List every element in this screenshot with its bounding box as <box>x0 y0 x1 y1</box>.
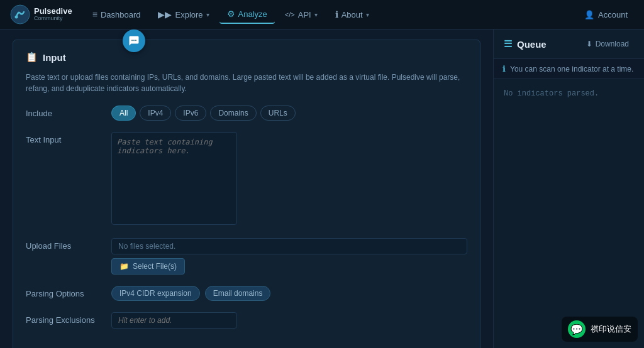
parsing-exclusions-control <box>111 312 467 329</box>
account-icon: 👤 <box>584 10 594 19</box>
download-icon: ⬇ <box>586 40 592 48</box>
logo[interactable]: Pulsedive Community <box>10 4 72 24</box>
upload-files-label: Upload Files <box>26 238 101 251</box>
info-icon: ℹ <box>335 9 338 19</box>
select-file-button[interactable]: 📁 Select File(s) <box>111 258 185 275</box>
parsing-options-control: IPv4 CIDR expansion Email domains <box>111 286 467 301</box>
svg-point-4 <box>135 40 136 41</box>
svg-point-3 <box>133 40 135 41</box>
download-label: Download <box>596 40 629 48</box>
file-icon: 📁 <box>119 262 129 271</box>
parsing-option-email-domains[interactable]: Email domains <box>205 286 271 301</box>
filter-all[interactable]: All <box>111 106 136 121</box>
parsing-options-group: IPv4 CIDR expansion Email domains <box>111 286 467 301</box>
input-description: Paste text or upload files containing IP… <box>26 72 467 94</box>
watermark: 💬 祺印说信安 <box>562 317 638 342</box>
text-input[interactable] <box>111 132 237 225</box>
files-selected-status: No files selected. <box>111 238 467 254</box>
queue-title: ☰ Queue <box>504 38 547 50</box>
include-row: Include All IPv4 IPv6 Domains URLs <box>26 106 467 121</box>
nav-item-api[interactable]: </> API ▾ <box>277 6 325 23</box>
text-input-control <box>111 132 467 227</box>
api-icon: </> <box>285 11 295 18</box>
input-card-header: 📋 Input <box>26 52 467 63</box>
nav-item-explore[interactable]: ▶▶ Explore ▾ <box>150 6 216 23</box>
chevron-down-icon-about: ▾ <box>366 11 369 18</box>
filter-buttons: All IPv4 IPv6 Domains URLs <box>111 106 467 121</box>
queue-body: No indicators parsed. <box>494 79 644 348</box>
parsing-exclusions-label: Parsing Exclusions <box>26 312 101 325</box>
nav-label-explore: Explore <box>175 10 203 19</box>
queue-header: ☰ Queue ⬇ Download <box>494 30 644 59</box>
account-label: Account <box>598 10 628 19</box>
watermark-text: 祺印说信安 <box>591 324 631 335</box>
no-indicators-text: No indicators parsed. <box>504 89 599 98</box>
nav-label-api: API <box>298 10 311 19</box>
nav-label-dashboard: Dashboard <box>101 10 141 19</box>
upload-group: No files selected. 📁 Select File(s) <box>111 238 467 275</box>
filter-ipv4[interactable]: IPv4 <box>140 106 171 121</box>
chat-bubble-container <box>123 30 145 52</box>
input-card-title: Input <box>43 52 66 63</box>
chat-bubble-button[interactable] <box>123 30 145 52</box>
upload-files-row: Upload Files No files selected. 📁 Select… <box>26 238 467 275</box>
watermark-icon: 💬 <box>568 320 586 338</box>
chevron-down-icon-api: ▾ <box>314 11 318 18</box>
parsing-options-row: Parsing Options IPv4 CIDR expansion Emai… <box>26 286 467 301</box>
parsing-options-label: Parsing Options <box>26 286 101 298</box>
input-description-text: Paste text or upload files containing IP… <box>26 73 460 93</box>
account-menu[interactable]: 👤 Account <box>578 6 634 23</box>
queue-title-text: Queue <box>517 39 547 50</box>
queue-icon: ☰ <box>504 38 512 50</box>
navbar: Pulsedive Community ≡ Dashboard ▶▶ Explo… <box>0 0 644 30</box>
brand-name: Pulsedive <box>34 7 72 16</box>
queue-panel: ☰ Queue ⬇ Download ℹ You can scan one in… <box>493 30 644 348</box>
include-label: Include <box>26 106 101 118</box>
filter-domains[interactable]: Domains <box>210 106 256 121</box>
main-content: 📋 Input Paste text or upload files conta… <box>0 30 644 348</box>
explore-icon: ▶▶ <box>158 9 172 19</box>
queue-info-message: You can scan one indicator at a time. <box>510 65 633 73</box>
nav-links: ≡ Dashboard ▶▶ Explore ▾ ⚙ Analyze </> A… <box>85 5 578 24</box>
svg-point-2 <box>131 40 133 41</box>
left-panel: 📋 Input Paste text or upload files conta… <box>0 30 493 348</box>
svg-point-0 <box>11 5 30 24</box>
input-card: 📋 Input Paste text or upload files conta… <box>13 40 480 348</box>
nav-item-about[interactable]: ℹ About ▾ <box>328 6 377 23</box>
svg-point-1 <box>15 16 18 19</box>
text-input-label: Text Input <box>26 132 101 144</box>
filter-urls[interactable]: URLs <box>260 106 296 121</box>
upload-files-control: No files selected. 📁 Select File(s) <box>111 238 467 275</box>
nav-item-dashboard[interactable]: ≡ Dashboard <box>85 6 148 23</box>
dashboard-icon: ≡ <box>92 9 97 19</box>
select-file-label: Select File(s) <box>133 262 177 271</box>
parsing-exclusions-row: Parsing Exclusions <box>26 312 467 329</box>
queue-info-bar: ℹ You can scan one indicator at a time. <box>494 59 644 79</box>
nav-item-analyze[interactable]: ⚙ Analyze <box>219 5 275 24</box>
info-circle-icon: ℹ <box>502 64 506 73</box>
include-filter-group: All IPv4 IPv6 Domains URLs <box>111 106 467 121</box>
parsing-exclusions-input[interactable] <box>111 312 237 329</box>
nav-label-analyze: Analyze <box>238 9 267 19</box>
nav-label-about: About <box>341 10 363 19</box>
filter-ipv6[interactable]: IPv6 <box>175 106 206 121</box>
analyze-icon: ⚙ <box>227 9 235 19</box>
download-button[interactable]: ⬇ Download <box>581 37 634 51</box>
brand-sub: Community <box>34 16 72 22</box>
parsing-option-ipv4-cidr[interactable]: IPv4 CIDR expansion <box>111 286 200 301</box>
chevron-down-icon: ▾ <box>206 11 209 18</box>
input-icon: 📋 <box>26 52 38 63</box>
text-input-row: Text Input <box>26 132 467 227</box>
